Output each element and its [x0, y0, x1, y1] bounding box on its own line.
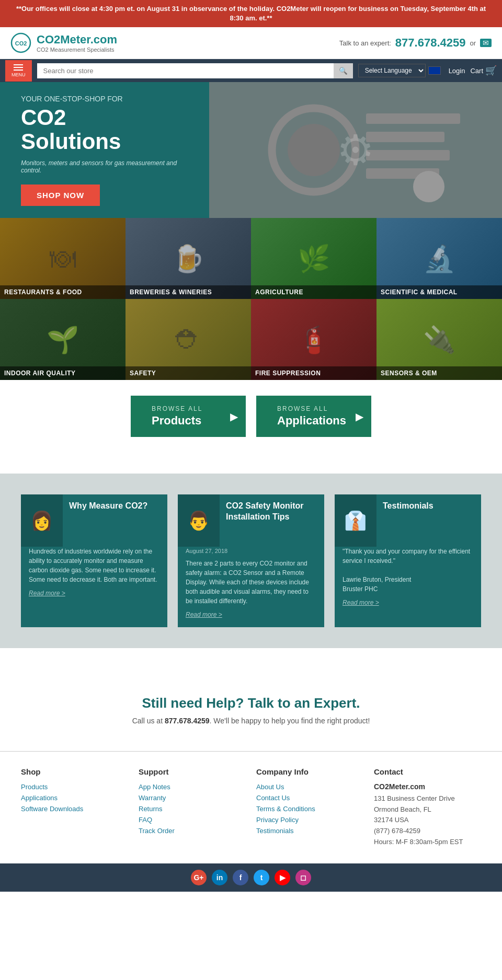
menu-label: MENU: [12, 72, 26, 77]
footer-link-item: Applications: [21, 793, 128, 802]
logo-icon: CO2: [10, 32, 31, 53]
feature-text: There are 2 parts to every CO2 monitor a…: [186, 559, 316, 606]
feature-card-0: 👩 Why Measure CO2? Hundreds of industrie…: [21, 494, 167, 627]
language-selector[interactable]: Select Language: [358, 64, 441, 77]
footer-link[interactable]: Warranty: [139, 794, 166, 802]
app-item-breweries---wineries[interactable]: 🍺 BREWERIES & WINERIES: [126, 218, 251, 299]
site-header: CO2 CO2Meter.com CO2 Measurement Special…: [0, 27, 502, 59]
header-phone[interactable]: 877.678.4259: [395, 36, 466, 50]
help-post: . We'll be happy to help you find the ri…: [210, 717, 370, 725]
flag-icon: [428, 66, 441, 75]
footer-link[interactable]: Returns: [139, 805, 163, 813]
footer-link[interactable]: Applications: [21, 794, 58, 802]
app-item-indoor-air-quality[interactable]: 🌱 INDOOR AIR QUALITY: [0, 299, 126, 380]
logo-main: CO2Meter.com: [37, 33, 117, 47]
app-item-fire-suppression[interactable]: 🧯 FIRE SUPPRESSION: [251, 299, 376, 380]
search-button[interactable]: 🔍: [334, 63, 353, 78]
footer: ShopProductsApplicationsSoftware Downloa…: [0, 751, 502, 863]
search-input[interactable]: [37, 63, 353, 78]
footer-link[interactable]: Contact Us: [256, 794, 290, 802]
footer-link[interactable]: App Notes: [139, 783, 170, 791]
app-label: AGRICULTURE: [251, 285, 376, 299]
hero-image: [209, 82, 502, 218]
logo-sub: CO2 Measurement Specialists: [37, 47, 117, 53]
hamburger-icon: [14, 64, 23, 71]
browse-applications-arrow: ▶: [356, 410, 363, 423]
help-phone[interactable]: 877.678.4259: [165, 717, 210, 725]
footer-link[interactable]: Software Downloads: [21, 805, 83, 813]
footer-link[interactable]: Track Order: [139, 827, 175, 835]
footer-link-item: Warranty: [139, 793, 246, 802]
read-more-link[interactable]: Read more >: [186, 610, 222, 619]
footer-link-item: Track Order: [139, 826, 246, 835]
help-subtitle: Call us at 877.678.4259. We'll be happy …: [10, 717, 492, 725]
footer-link[interactable]: Products: [21, 783, 48, 791]
footer-grid: ShopProductsApplicationsSoftware Downloa…: [21, 767, 481, 848]
feature-title: Testimonials: [376, 494, 440, 547]
app-item-sensors---oem[interactable]: 🔌 SENSORS & OEM: [376, 299, 502, 380]
footer-col-shop: ShopProductsApplicationsSoftware Downloa…: [21, 767, 128, 848]
browse-products-main: Products: [152, 414, 201, 428]
login-button[interactable]: Login: [449, 67, 465, 75]
footer-link[interactable]: FAQ: [139, 816, 152, 824]
read-more-link[interactable]: Read more >: [29, 589, 65, 598]
browse-section: BROWSE ALL Products ▶ BROWSE ALL Applica…: [0, 380, 502, 453]
app-label: RESTAURANTS & FOOD: [0, 285, 126, 299]
footer-col-support: SupportApp NotesWarrantyReturnsFAQTrack …: [139, 767, 246, 848]
menu-button[interactable]: MENU: [5, 60, 32, 82]
header-contact: Talk to an expert: 877.678.4259 or: [339, 36, 492, 50]
footer-link-item: About Us: [256, 782, 363, 791]
read-more-link[interactable]: Read more >: [343, 598, 379, 607]
feature-card-2: 👔 Testimonials "Thank you and your compa…: [335, 494, 481, 627]
feature-card-top: 👨 CO2 Safety Monitor Installation Tips: [178, 494, 324, 547]
instagram-icon[interactable]: ◻: [295, 870, 311, 885]
browse-applications-button[interactable]: BROWSE ALL Applications ▶: [256, 396, 371, 437]
email-icon[interactable]: [480, 39, 492, 47]
browse-products-button[interactable]: BROWSE ALL Products ▶: [131, 396, 246, 437]
svg-rect-7: [366, 150, 450, 160]
app-item-restaurants---food[interactable]: 🍽 RESTAURANTS & FOOD: [0, 218, 126, 299]
footer-link-item: App Notes: [139, 782, 246, 791]
logo-area[interactable]: CO2 CO2Meter.com CO2 Measurement Special…: [10, 32, 117, 53]
feature-body: Hundreds of industries worldwide rely on…: [21, 547, 167, 627]
footer-link-item: FAQ: [139, 815, 246, 824]
feature-card-1: 👨 CO2 Safety Monitor Installation Tips A…: [178, 494, 324, 627]
cart-icon: 🛒: [485, 65, 497, 76]
svg-rect-5: [366, 113, 460, 124]
browse-products-arrow: ▶: [230, 410, 238, 423]
footer-link-item: Returns: [139, 804, 246, 813]
hero-image-placeholder: [209, 82, 502, 218]
youtube-icon[interactable]: ▶: [275, 870, 290, 885]
footer-link-item: Products: [21, 782, 128, 791]
twitter-icon[interactable]: t: [254, 870, 269, 885]
cart-label: Cart: [470, 67, 483, 75]
feature-body: "Thank you and your company for the effi…: [335, 547, 481, 627]
feature-image: 👔: [335, 494, 376, 547]
cart-button[interactable]: Cart 🛒: [470, 65, 497, 76]
app-item-safety[interactable]: ⛑ SAFETY: [126, 299, 251, 380]
app-label: FIRE SUPPRESSION: [251, 366, 376, 380]
feature-card-top: 👔 Testimonials: [335, 494, 481, 547]
google-icon[interactable]: G+: [191, 870, 207, 885]
shop-now-button[interactable]: SHOP NOW: [21, 185, 100, 206]
facebook-icon[interactable]: f: [233, 870, 248, 885]
linkedin-icon[interactable]: in: [212, 870, 227, 885]
help-title: Still need Help? Talk to an Expert.: [10, 695, 492, 711]
footer-link[interactable]: Terms & Conditions: [256, 805, 315, 813]
app-label: SCIENTIFIC & MEDICAL: [376, 285, 502, 299]
footer-col-list: ProductsApplicationsSoftware Downloads: [21, 782, 128, 813]
feature-text: "Thank you and your company for the effi…: [343, 547, 473, 594]
app-item-agriculture[interactable]: 🌿 AGRICULTURE: [251, 218, 376, 299]
contact-label: Talk to an expert:: [339, 39, 391, 47]
footer-link[interactable]: Testimonials: [256, 827, 294, 835]
footer-col-heading: Company Info: [256, 767, 363, 776]
app-emoji: 🌿: [298, 244, 330, 274]
footer-link[interactable]: Privacy Policy: [256, 816, 299, 824]
navbar: MENU 🔍 Select Language Login Cart 🛒: [0, 59, 502, 82]
footer-link-item: Software Downloads: [21, 804, 128, 813]
footer-link[interactable]: About Us: [256, 783, 284, 791]
language-dropdown[interactable]: Select Language: [358, 64, 426, 77]
hero-subtitle: YOUR ONE-STOP-SHOP FOR: [21, 95, 188, 103]
app-item-scientific---medical[interactable]: 🔬 SCIENTIFIC & MEDICAL: [376, 218, 502, 299]
spacer: [0, 453, 502, 474]
